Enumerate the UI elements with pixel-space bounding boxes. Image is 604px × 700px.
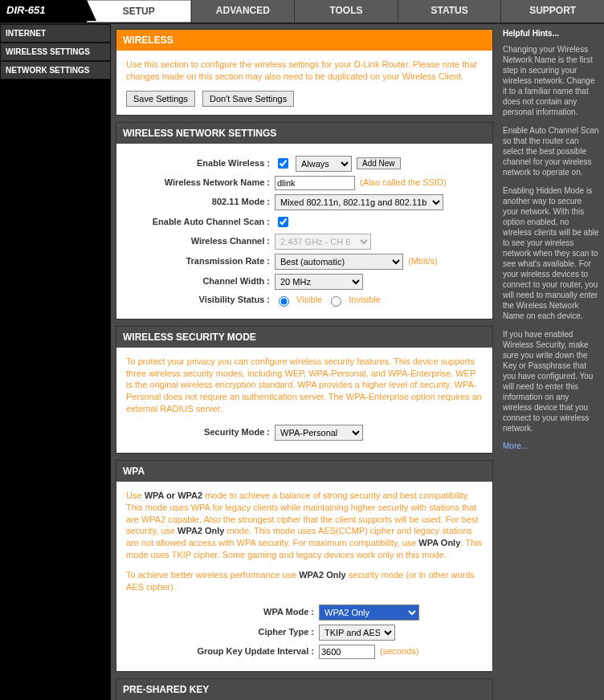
help-text-4: If you have enabled Wireless Security, m… xyxy=(503,329,599,433)
wpa-paragraph-2: To achieve better wireless performance u… xyxy=(126,569,483,593)
security-mode-select[interactable]: WPA-Personal xyxy=(275,425,363,441)
sidebar-item-internet[interactable]: INTERNET xyxy=(0,24,111,43)
tab-support[interactable]: SUPPORT xyxy=(500,0,604,22)
label-80211-mode: 802.11 Mode : xyxy=(126,196,275,208)
panel-title-security-mode: WIRELESS SECURITY MODE xyxy=(116,327,492,348)
top-nav: DIR-651 SETUP ADVANCED TOOLS STATUS SUPP… xyxy=(0,0,604,24)
tab-setup[interactable]: SETUP xyxy=(87,0,191,22)
label-ssid: Wireless Network Name : xyxy=(126,177,275,189)
auto-channel-checkbox[interactable] xyxy=(278,217,288,227)
tab-tools[interactable]: TOOLS xyxy=(294,0,398,22)
help-more-link[interactable]: More... xyxy=(503,442,528,450)
panel-network-settings: WIRELESS NETWORK SETTINGS Enable Wireles… xyxy=(116,122,493,319)
tab-advanced[interactable]: ADVANCED xyxy=(191,0,295,22)
group-key-interval-input[interactable] xyxy=(319,645,375,659)
panel-security-mode: WIRELESS SECURITY MODE To protect your p… xyxy=(116,326,493,454)
intro-text: Use this section to configure the wirele… xyxy=(126,59,483,83)
visibility-visible-label: Visible xyxy=(296,294,322,306)
rate-unit: (Mbit/s) xyxy=(408,255,438,267)
group-key-interval-unit: (seconds) xyxy=(380,645,418,657)
visibility-visible-radio[interactable] xyxy=(279,296,289,307)
help-column: Helpful Hints... Changing your Wireless … xyxy=(498,24,604,700)
label-group-key-interval: Group Key Update Interval : xyxy=(126,645,319,657)
enable-wireless-checkbox[interactable] xyxy=(278,158,288,169)
panel-title-wireless: WIRELESS xyxy=(116,30,492,51)
help-text-2: Enable Auto Channel Scan so that the rou… xyxy=(503,125,599,177)
panel-title-wpa: WPA xyxy=(116,461,492,482)
help-title: Helpful Hints... xyxy=(503,29,599,38)
help-text-3: Enabling Hidden Mode is another way to s… xyxy=(503,185,599,321)
label-cipher-type: Cipher Type : xyxy=(126,626,319,638)
label-wpa-mode: WPA Mode : xyxy=(126,606,319,618)
sidebar-item-wireless[interactable]: WIRELESS SETTINGS xyxy=(0,43,111,61)
visibility-invisible-label: Invisible xyxy=(349,294,381,306)
panel-wpa: WPA Use WPA or WPA2 mode to achieve a ba… xyxy=(116,460,493,672)
wireless-channel-select[interactable]: 2.437 GHz - CH 6 xyxy=(275,234,371,250)
panel-psk: PRE-SHARED KEY Enter an 8- to 63-charact… xyxy=(116,678,493,700)
tab-status[interactable]: STATUS xyxy=(398,0,501,22)
security-mode-text: To protect your privacy you can configur… xyxy=(126,356,483,415)
label-enable-wireless: Enable Wireless : xyxy=(126,157,275,169)
label-channel-width: Channel Width : xyxy=(126,275,275,287)
wpa-paragraph-1: Use WPA or WPA2 mode to achieve a balanc… xyxy=(126,490,483,561)
80211-mode-select[interactable]: Mixed 802.11n, 802.11g and 802.11b xyxy=(275,194,443,210)
channel-width-select[interactable]: 20 MHz xyxy=(275,274,363,290)
cipher-type-select[interactable]: TKIP and AES xyxy=(319,625,395,641)
panel-title-network-settings: WIRELESS NETWORK SETTINGS xyxy=(116,123,492,144)
ssid-input[interactable] xyxy=(275,176,355,190)
add-new-schedule-button[interactable]: Add New xyxy=(357,157,401,169)
brand-logo: DIR-651 xyxy=(0,0,87,22)
save-settings-button[interactable]: Save Settings xyxy=(126,91,195,107)
enable-wireless-schedule[interactable]: Always xyxy=(296,156,352,172)
main-content: WIRELESS Use this section to configure t… xyxy=(111,24,498,700)
transmission-rate-select[interactable]: Best (automatic) xyxy=(275,254,403,270)
panel-wireless-intro: WIRELESS Use this section to configure t… xyxy=(116,29,493,116)
label-auto-channel: Enable Auto Channel Scan : xyxy=(126,216,275,228)
wpa-mode-select[interactable]: WPA2 Only xyxy=(319,604,419,621)
sidebar: INTERNET WIRELESS SETTINGS NETWORK SETTI… xyxy=(0,24,111,700)
sidebar-item-network[interactable]: NETWORK SETTINGS xyxy=(0,61,111,79)
label-transmission-rate: Transmission Rate : xyxy=(126,255,275,267)
help-text-1: Changing your Wireless Network Name is t… xyxy=(503,44,599,117)
dont-save-settings-button[interactable]: Don't Save Settings xyxy=(202,91,294,107)
visibility-invisible-radio[interactable] xyxy=(331,296,341,307)
label-wireless-channel: Wireless Channel : xyxy=(126,235,275,247)
ssid-note: (Also called the SSID) xyxy=(360,177,447,189)
label-visibility: Visibility Status : xyxy=(126,294,275,306)
label-security-mode: Security Mode : xyxy=(126,426,275,438)
panel-title-psk: PRE-SHARED KEY xyxy=(116,679,492,700)
